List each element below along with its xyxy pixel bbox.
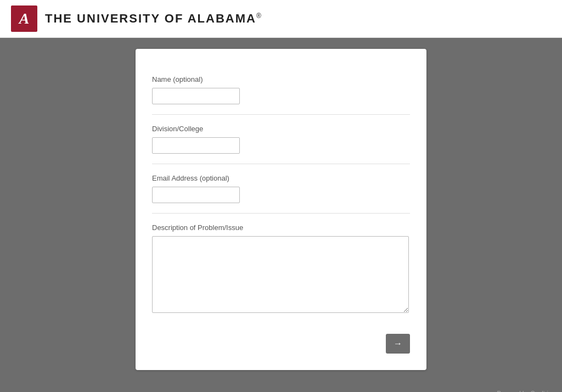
- email-field-group: Email Address (optional): [152, 164, 410, 213]
- site-footer: Powered by Qualtrics: [0, 387, 562, 392]
- header-title: THE UNIVERSITY OF ALABAMA®: [45, 12, 262, 26]
- header-title-text: THE UNIVERSITY OF ALABAMA: [45, 12, 256, 25]
- email-label: Email Address (optional): [152, 174, 410, 182]
- name-field-inner: Name (optional): [152, 65, 410, 114]
- header-logo: A THE UNIVERSITY OF ALABAMA®: [11, 5, 262, 32]
- email-input[interactable]: [152, 187, 240, 203]
- division-input[interactable]: [152, 137, 240, 154]
- name-input[interactable]: [152, 88, 240, 104]
- main-content: Name (optional) Division/College Email A…: [0, 38, 562, 387]
- name-label: Name (optional): [152, 75, 410, 83]
- division-field-inner: Division/College: [152, 115, 410, 164]
- description-field-group: Description of Problem/Issue: [152, 214, 410, 323]
- name-field-group: Name (optional): [152, 65, 410, 114]
- division-label: Division/College: [152, 125, 410, 133]
- form-card: Name (optional) Division/College Email A…: [136, 49, 426, 370]
- division-field-group: Division/College: [152, 115, 410, 164]
- description-textarea[interactable]: [152, 236, 409, 313]
- email-field-inner: Email Address (optional): [152, 164, 410, 213]
- next-button[interactable]: →: [386, 334, 410, 354]
- header-registered-mark: ®: [256, 12, 262, 20]
- submit-row: →: [152, 323, 410, 354]
- ua-logo: A: [11, 5, 37, 32]
- site-header: A THE UNIVERSITY OF ALABAMA®: [0, 0, 562, 38]
- description-field-inner: Description of Problem/Issue: [152, 214, 410, 323]
- powered-by-text: Powered by Qualtrics: [497, 390, 554, 392]
- description-label: Description of Problem/Issue: [152, 223, 410, 232]
- ua-logo-letter: A: [19, 11, 30, 26]
